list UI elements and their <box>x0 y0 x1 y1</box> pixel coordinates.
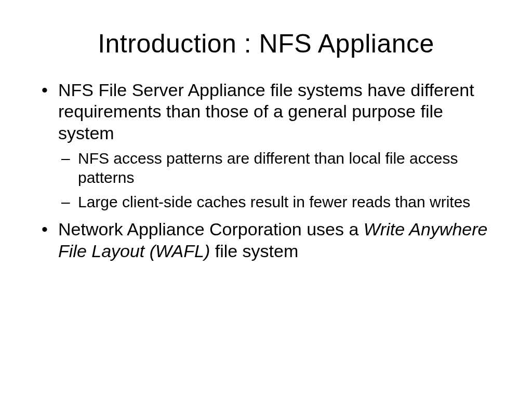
bullet-text-prefix: Network Appliance Corporation uses a <box>58 219 364 239</box>
slide-title: Introduction : NFS Appliance <box>36 29 496 59</box>
sub-bullet-list: NFS access patterns are different than l… <box>58 149 496 211</box>
bullet-list: NFS File Server Appliance file systems h… <box>36 79 496 262</box>
sub-bullet-item: NFS access patterns are different than l… <box>58 149 496 187</box>
bullet-text: NFS File Server Appliance file systems h… <box>58 80 474 143</box>
bullet-text-suffix: file system <box>210 241 298 261</box>
sub-bullet-item: Large client-side caches result in fewer… <box>58 193 496 212</box>
bullet-item: NFS File Server Appliance file systems h… <box>36 79 496 211</box>
slide: Introduction : NFS Appliance NFS File Se… <box>0 0 532 399</box>
bullet-item: Network Appliance Corporation uses a Wri… <box>36 219 496 262</box>
